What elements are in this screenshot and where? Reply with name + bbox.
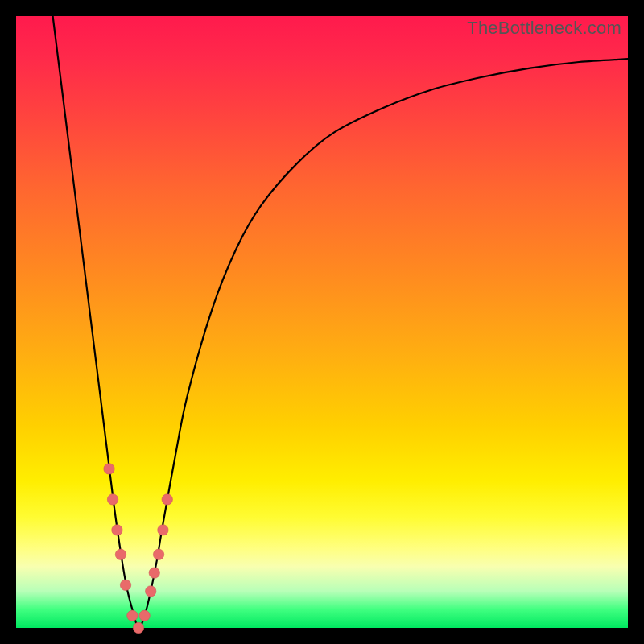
marker-point [104,464,114,474]
marker-point [162,494,172,505]
marker-point [153,549,163,559]
bottleneck-curve [53,16,628,628]
marker-point [107,494,118,505]
curve-layer [16,16,628,628]
marker-group [104,464,173,634]
marker-point [133,622,143,633]
marker-point [158,525,168,535]
plot-area [16,16,628,628]
marker-point [139,610,150,621]
marker-point [115,549,126,559]
marker-point [146,586,156,597]
marker-point [120,580,130,590]
chart-frame: TheBottleneck.com [0,0,644,644]
marker-point [149,568,159,578]
marker-point [112,525,122,535]
watermark-text: TheBottleneck.com [467,18,621,39]
marker-point [127,610,138,621]
